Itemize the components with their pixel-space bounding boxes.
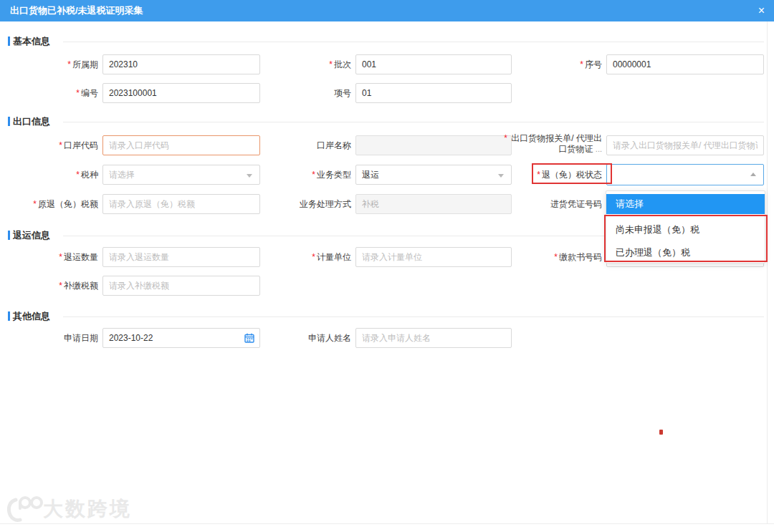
dropdown-option-please-select[interactable]: 请选择 xyxy=(606,194,765,214)
port-name-input xyxy=(355,135,512,155)
apply-date-input[interactable] xyxy=(102,328,260,348)
red-cursor-mark xyxy=(659,430,663,435)
return-qty-input[interactable] xyxy=(102,247,260,267)
section-title-other: 其他信息 xyxy=(13,311,50,322)
tax-type-placeholder: 请选择 xyxy=(109,169,135,181)
original-refund-label: 原退（免）税额 xyxy=(12,194,98,214)
section-divider xyxy=(63,316,764,317)
supplement-tax-label: 补缴税额 xyxy=(12,276,98,296)
batch-label: 批次 xyxy=(265,54,351,74)
item-no-label: 项号 xyxy=(265,83,351,103)
section-title-return: 退运信息 xyxy=(13,230,50,241)
section-title-export: 出口信息 xyxy=(13,116,50,127)
refund-status-label: 退（免）税状态 xyxy=(502,165,602,185)
supplement-tax-input[interactable] xyxy=(102,276,260,296)
declaration-label-line1: 出口货物报关单/ 代理出 xyxy=(511,133,602,143)
period-input[interactable] xyxy=(102,54,260,74)
purchase-voucher-label: 进货凭证号码 xyxy=(502,194,602,214)
period-label: 所属期 xyxy=(12,54,98,74)
tax-type-select[interactable]: 请选择 xyxy=(102,165,260,185)
chevron-up-icon xyxy=(750,173,756,176)
unit-label: 计量单位 xyxy=(265,247,351,267)
section-export-info: 出口信息 xyxy=(0,116,774,127)
section-bar xyxy=(8,37,10,46)
number-input[interactable] xyxy=(102,83,260,103)
close-icon[interactable]: × xyxy=(758,0,765,21)
business-type-select[interactable]: 退运 xyxy=(355,165,512,185)
number-label: 编号 xyxy=(12,83,98,103)
dialog-titlebar: 出口货物已补税/未退税证明采集 × xyxy=(0,0,774,21)
section-divider xyxy=(63,122,764,122)
business-process-label: 业务处理方式 xyxy=(265,194,351,214)
section-bar xyxy=(8,231,10,240)
export-tax-certificate-dialog: 出口货物已补税/未退税证明采集 × 基本信息 所属期 批次 序号 编号 项号 出… xyxy=(0,0,774,532)
refund-status-select[interactable] xyxy=(606,164,764,185)
watermark-logo-icon xyxy=(6,493,43,526)
tax-type-label: 税种 xyxy=(12,165,98,185)
refund-status-dropdown: 请选择 尚未申报退（免）税 已办理退（免）税 xyxy=(606,190,765,263)
dialog-title: 出口货物已补税/未退税证明采集 xyxy=(10,0,143,21)
apply-date-label: 申请日期 xyxy=(12,328,98,348)
port-name-label: 口岸名称 xyxy=(265,135,351,155)
section-basic-info: 基本信息 xyxy=(0,36,774,47)
return-qty-label: 退运数量 xyxy=(12,247,98,267)
section-other-info: 其他信息 xyxy=(0,311,774,322)
chevron-down-icon xyxy=(247,174,252,178)
section-divider xyxy=(63,42,764,42)
dropdown-option-processed[interactable]: 已办理退（免）税 xyxy=(606,243,765,263)
port-code-label: 口岸代码 xyxy=(12,135,98,155)
unit-input[interactable] xyxy=(355,247,512,267)
section-bar xyxy=(8,117,10,126)
payment-no-label: 缴款书号码 xyxy=(502,247,602,267)
section-bar xyxy=(8,311,10,321)
batch-input[interactable] xyxy=(355,54,512,74)
section-title-basic: 基本信息 xyxy=(13,36,50,47)
declaration-label-ellipsis: ... xyxy=(596,145,602,153)
business-process-input xyxy=(355,194,512,214)
business-type-label: 业务类型 xyxy=(265,165,351,185)
watermark-text: 大数跨境 xyxy=(43,495,132,523)
right-border-line xyxy=(767,21,768,523)
applicant-label: 申请人姓名 xyxy=(265,328,351,348)
original-refund-input[interactable] xyxy=(102,194,260,214)
seq-input[interactable] xyxy=(606,54,764,74)
apply-date-field[interactable] xyxy=(102,328,260,348)
port-code-input[interactable] xyxy=(102,135,260,155)
item-no-input[interactable] xyxy=(355,83,512,103)
dropdown-option-not-declared[interactable]: 尚未申报退（免）税 xyxy=(606,220,765,240)
business-type-value: 退运 xyxy=(362,169,379,181)
seq-label: 序号 xyxy=(502,54,602,74)
calendar-icon[interactable] xyxy=(244,333,254,343)
applicant-input[interactable] xyxy=(355,328,512,348)
watermark-logo: 大数跨境 xyxy=(6,493,132,526)
declaration-label-line2: 口货物证 xyxy=(558,144,593,154)
declaration-input[interactable] xyxy=(606,135,764,155)
declaration-label: 出口货物报关单/ 代理出 口货物证 ... xyxy=(502,133,602,155)
